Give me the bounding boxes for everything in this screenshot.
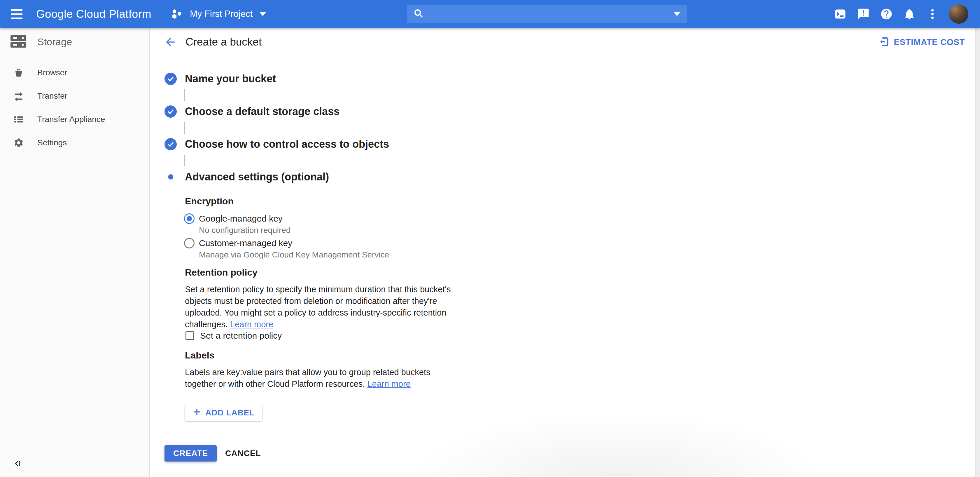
- step-advanced-settings[interactable]: Advanced settings (optional): [164, 171, 329, 183]
- vertical-scrollbar[interactable]: [975, 28, 980, 477]
- estimate-cost-label: ESTIMATE COST: [894, 37, 965, 47]
- sidebar-item-label: Browser: [37, 68, 67, 77]
- back-arrow-icon[interactable]: [163, 35, 177, 49]
- step-active-dot-icon: [164, 171, 177, 183]
- product-logo: Google Cloud Platform: [36, 8, 151, 21]
- search-input[interactable]: [428, 10, 673, 19]
- step-complete-check-icon: [164, 73, 177, 85]
- transfer-icon: [13, 90, 24, 102]
- sidebar-item-label: Settings: [37, 138, 67, 147]
- sidebar-item-transfer-appliance[interactable]: Transfer Appliance: [0, 108, 150, 131]
- radio-description: Manage via Google Cloud Key Management S…: [199, 250, 389, 260]
- gcp-console: Google Cloud Platform My First Project: [0, 0, 980, 477]
- radio-label: Customer-managed key: [199, 238, 389, 249]
- retention-policy-heading: Retention policy: [185, 267, 258, 278]
- radio-description: No configuration required: [199, 225, 291, 235]
- search-icon: [413, 8, 424, 20]
- plus-icon: [192, 407, 201, 418]
- step-connector: [185, 122, 185, 134]
- appliance-icon: [13, 113, 24, 125]
- create-bucket-form: Name your bucket Choose a default storag…: [151, 56, 980, 476]
- step-complete-check-icon: [164, 105, 177, 118]
- bottom-shadow-gradient: [398, 409, 836, 476]
- retention-policy-description: Set a retention policy to specify the mi…: [185, 284, 463, 330]
- step-connector: [185, 89, 185, 101]
- chevron-down-icon: [259, 12, 266, 16]
- project-icon: [171, 8, 183, 21]
- retention-learn-more-link[interactable]: Learn more: [230, 320, 273, 329]
- more-vert-icon[interactable]: [926, 8, 939, 21]
- sidebar-item-browser[interactable]: Browser: [0, 61, 150, 85]
- search-bar[interactable]: [407, 5, 687, 23]
- estimate-cost-icon: [878, 36, 889, 48]
- radio-selected-icon: [184, 214, 194, 224]
- labels-learn-more-link[interactable]: Learn more: [367, 379, 410, 389]
- notifications-bell-icon[interactable]: [903, 8, 916, 21]
- labels-description: Labels are key:value pairs that allow yo…: [185, 366, 463, 390]
- sidebar-item-label: Transfer: [37, 91, 67, 101]
- bucket-icon: [13, 67, 24, 78]
- sidebar-nav: Browser Transfer Transfer Appliance Sett…: [0, 56, 150, 155]
- step-connector: [185, 155, 185, 166]
- sidebar: Storage Browser Transfer Transfer Applia…: [0, 28, 150, 477]
- checkbox-unchecked-icon: [186, 331, 194, 340]
- sidebar-item-transfer[interactable]: Transfer: [0, 85, 150, 108]
- set-retention-policy-checkbox[interactable]: Set a retention policy: [186, 331, 282, 341]
- sidebar-title: Storage: [37, 36, 72, 48]
- storage-product-icon: [10, 34, 27, 51]
- gear-icon: [13, 137, 24, 148]
- add-label-button[interactable]: ADD LABEL: [185, 404, 262, 421]
- step-complete-check-icon: [164, 138, 177, 150]
- sidebar-header: Storage: [0, 28, 150, 56]
- radio-google-managed-key[interactable]: Google-managed key No configuration requ…: [184, 214, 291, 235]
- radio-customer-managed-key[interactable]: Customer-managed key Manage via Google C…: [184, 238, 389, 260]
- estimate-cost-button[interactable]: ESTIMATE COST: [878, 28, 965, 56]
- step-title: Choose a default storage class: [185, 105, 339, 118]
- menu-icon[interactable]: [0, 0, 28, 28]
- cloud-shell-icon[interactable]: [834, 8, 847, 21]
- topbar-actions: [834, 0, 968, 28]
- retention-description-text: Set a retention policy to specify the mi…: [185, 285, 450, 329]
- sidebar-item-settings[interactable]: Settings: [0, 131, 150, 155]
- page-header: Create a bucket ESTIMATE COST: [151, 28, 980, 56]
- step-storage-class[interactable]: Choose a default storage class: [164, 105, 339, 118]
- user-avatar[interactable]: [949, 5, 968, 24]
- labels-heading: Labels: [185, 350, 215, 361]
- add-label-text: ADD LABEL: [205, 408, 255, 418]
- project-selector[interactable]: My First Project: [171, 8, 266, 21]
- step-title: Advanced settings (optional): [185, 171, 329, 183]
- step-title: Choose how to control access to objects: [185, 138, 389, 150]
- feedback-icon[interactable]: [857, 8, 870, 21]
- cancel-button[interactable]: CANCEL: [220, 445, 266, 461]
- search-dropdown-icon[interactable]: [673, 12, 681, 16]
- step-name-your-bucket[interactable]: Name your bucket: [164, 73, 276, 85]
- collapse-sidebar-icon[interactable]: [13, 458, 24, 469]
- top-app-bar: Google Cloud Platform My First Project: [0, 0, 980, 28]
- radio-unselected-icon: [184, 238, 194, 249]
- project-name: My First Project: [190, 9, 253, 19]
- page-title: Create a bucket: [186, 36, 262, 48]
- checkbox-label: Set a retention policy: [200, 331, 282, 341]
- step-title: Name your bucket: [185, 73, 276, 85]
- create-button[interactable]: CREATE: [164, 445, 217, 461]
- radio-label: Google-managed key: [199, 214, 291, 224]
- main-panel: Create a bucket ESTIMATE COST Name: [151, 28, 980, 477]
- sidebar-item-label: Transfer Appliance: [37, 115, 105, 124]
- step-access-control[interactable]: Choose how to control access to objects: [164, 138, 389, 150]
- help-icon[interactable]: [880, 8, 893, 21]
- encryption-heading: Encryption: [185, 196, 234, 207]
